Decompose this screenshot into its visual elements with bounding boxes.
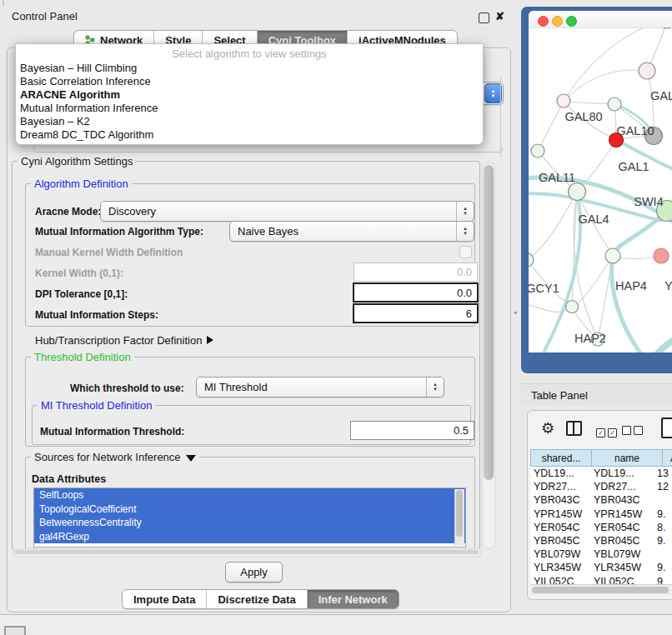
data-attributes-label: Data Attributes	[32, 473, 106, 485]
column-header-partial[interactable]: A	[663, 449, 672, 467]
list-scrollbar[interactable]	[454, 489, 464, 546]
table-body[interactable]: YDL19...YDL19...13 YDR27...YDR27...12 YB…	[530, 467, 672, 584]
table-row[interactable]: YER054CYER054C8.	[530, 521, 672, 534]
new-table-icon[interactable]	[661, 418, 672, 438]
dropdown-item-bayesian-hill-climbing[interactable]: Bayesian – Hill Climbing	[16, 62, 483, 75]
deselect-all-checkboxes-icon[interactable]	[622, 423, 643, 438]
close-window-icon[interactable]	[538, 16, 549, 27]
gear-icon[interactable]: ⚙	[541, 419, 554, 438]
split-columns-icon[interactable]	[566, 421, 582, 436]
dropdown-item-dream8[interactable]: Dream8 DC_TDC Algorithm	[16, 128, 483, 142]
stepper-arrows-icon: ▲▼	[456, 202, 474, 221]
float-panel-icon[interactable]	[479, 12, 489, 23]
settings-hscrollbar[interactable]	[13, 548, 482, 558]
bottom-tabbar: Impute Data Discretize Data Infer Networ…	[122, 589, 399, 609]
zoom-window-icon[interactable]	[566, 16, 577, 27]
node-label-hap4: HAP4	[615, 279, 647, 292]
which-threshold-label: Which threshold to use:	[70, 382, 184, 394]
node-label-gal1: GAL1	[618, 160, 649, 173]
list-item[interactable]: gal4RGexp	[34, 530, 465, 544]
column-header-shared[interactable]: shared...	[530, 449, 592, 467]
table-row[interactable]: YDL19...YDL19...13	[530, 467, 672, 480]
table-row[interactable]: YDR27...YDR27...12	[530, 480, 672, 493]
tab-label: Discretize Data	[218, 593, 295, 606]
algorithm-dropdown-popup: Select algorithm to view settings Bayesi…	[15, 43, 484, 145]
tab-discretize-data[interactable]: Discretize Data	[207, 590, 307, 608]
control-panel-titlebar: Control Panel ✘	[0, 7, 510, 26]
dropdown-placeholder: Select algorithm to view settings	[16, 47, 483, 62]
network-canvas[interactable]: GAL GAL80 GAL10 GAL1 GAL11 GAL4 SWI4 GCY…	[529, 28, 672, 352]
dropdown-item-bayesian-k2[interactable]: Bayesian – K2	[16, 115, 483, 128]
data-attributes-listbox[interactable]: SelfLoops TopologicalCoefficient Between…	[33, 488, 466, 548]
dpi-tolerance-field[interactable]: 0.0	[353, 282, 479, 302]
select-all-checkboxes-icon[interactable]: ✓✓	[596, 423, 617, 438]
kernel-width-field[interactable]: 0.0	[354, 262, 478, 282]
mi-steps-field[interactable]: 6	[353, 303, 479, 323]
hub-definition-label: Hub/Transcription Factor Definition	[35, 334, 202, 347]
mi-threshold-label: Mutual Information Threshold:	[40, 426, 184, 438]
close-panel-icon[interactable]: ✘	[495, 11, 504, 22]
hidden-groupbox-edge	[500, 77, 501, 157]
table-row[interactable]: YPR145WYPR145W9.	[530, 508, 672, 521]
settings-scrollbar-thumb[interactable]	[484, 165, 494, 480]
manual-kernel-checkbox[interactable]	[459, 246, 472, 258]
kernel-width-value: 0.0	[457, 266, 472, 278]
stepper-arrows-icon: ▲▼	[456, 222, 474, 241]
table-row[interactable]: YBR045CYBR045C9.	[530, 534, 672, 548]
table-header-row: shared... name A	[530, 449, 672, 467]
which-threshold-value: MI Threshold	[197, 381, 426, 393]
network-window-titlebar[interactable]	[529, 11, 672, 28]
hub-definition-expander[interactable]: Hub/Transcription Factor Definition	[35, 332, 213, 348]
node-label-hap2: HAP2	[574, 332, 606, 345]
expander-right-arrow-icon	[207, 336, 213, 344]
node-label-gal7: GAL	[650, 89, 672, 102]
dropdown-item-mutual-information[interactable]: Mutual Information Inference	[16, 102, 483, 115]
mi-type-value: Naive Bayes	[230, 225, 456, 238]
mi-type-combobox[interactable]: Naive Bayes ▲▼	[229, 221, 474, 242]
tab-impute-data[interactable]: Impute Data	[123, 590, 207, 608]
minimized-panel-icon[interactable]	[4, 626, 26, 635]
apply-button-label: Apply	[240, 566, 268, 578]
mi-threshold-field[interactable]: 0.5	[350, 421, 474, 440]
node-label-gcy1: GCY1	[529, 282, 559, 295]
network-window: GAL GAL80 GAL10 GAL1 GAL11 GAL4 SWI4 GCY…	[529, 11, 672, 352]
settings-hscrollbar-thumb[interactable]	[15, 550, 479, 554]
table-row[interactable]: YBL079WYBL079W	[530, 548, 672, 561]
column-header-name[interactable]: name	[592, 449, 663, 467]
bottom-strip	[0, 614, 672, 635]
aracne-mode-value: Discovery	[101, 205, 456, 218]
list-scrollbar-thumb[interactable]	[456, 490, 463, 537]
table-row[interactable]: YBR043CYBR043C	[530, 493, 672, 507]
settings-group-title: Cyni Algorithm Settings	[18, 155, 136, 168]
dropdown-item-aracne[interactable]: ARACNE Algorithm	[16, 88, 483, 102]
table-panel-window: ⚙ ✓✓ shared... name A YDL19...YDL19...13…	[527, 410, 672, 600]
list-item[interactable]: BetweennessCentrality	[34, 516, 465, 530]
splitter-handle[interactable]: ◂	[514, 310, 518, 315]
sources-group-title[interactable]: Sources for Network Inference	[31, 451, 199, 463]
mi-steps-value: 6	[466, 308, 472, 320]
tab-infer-network[interactable]: Infer Network	[308, 590, 399, 608]
hidden-groupbox-bottom	[33, 147, 503, 152]
list-item[interactable]: SelfLoops	[34, 488, 465, 502]
minimize-window-icon[interactable]	[552, 16, 563, 27]
settings-scrollbar[interactable]	[482, 162, 495, 549]
aracne-mode-combobox[interactable]: Discovery ▲▼	[100, 201, 474, 222]
list-item[interactable]: TopologicalCoefficient	[34, 502, 465, 517]
stepper-arrows-icon: ▲▼	[426, 378, 444, 397]
which-threshold-combobox[interactable]: MI Threshold ▲▼	[196, 377, 444, 398]
table-row[interactable]: YLR345WYLR345W9.	[530, 561, 672, 574]
table-hscrollbar[interactable]	[530, 584, 672, 595]
mi-type-label: Mutual Information Algorithm Type:	[35, 226, 203, 238]
table-toolbar: ⚙ ✓✓	[528, 411, 672, 448]
node-label-gal11: GAL11	[539, 171, 575, 184]
table-row[interactable]: YIL052CYIL052C9	[530, 575, 672, 585]
apply-button[interactable]: Apply	[225, 562, 283, 582]
dropdown-item-basic-correlation[interactable]: Basic Correlation Inference	[16, 75, 483, 88]
window-edge-mark	[3, 0, 4, 6]
tab-label: Impute Data	[133, 593, 195, 606]
node-label-gal4: GAL4	[578, 212, 609, 226]
sources-title-text: Sources for Network Inference	[34, 451, 181, 463]
node-label-y: Y	[664, 279, 672, 292]
table-hscrollbar-thumb[interactable]	[532, 587, 669, 593]
node-label-gal80: GAL80	[564, 110, 602, 123]
